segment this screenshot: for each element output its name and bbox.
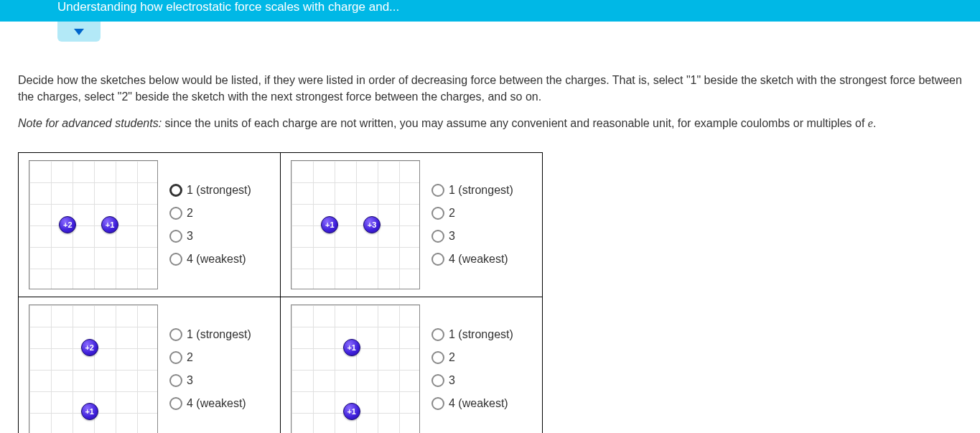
option-label: 4 (weakest) <box>449 397 508 410</box>
option-d-4[interactable]: 4 (weakest) <box>431 397 532 410</box>
option-d-2[interactable]: 2 <box>431 351 532 364</box>
charge-icon: +1 <box>343 339 360 356</box>
option-b-3[interactable]: 3 <box>431 230 532 243</box>
option-d-1[interactable]: 1 (strongest) <box>431 328 532 341</box>
radio-icon <box>169 374 182 387</box>
options-c: 1 (strongest) 2 3 4 (weakest) <box>169 328 270 410</box>
sketch-a: +2 +1 <box>29 160 158 289</box>
option-label: 1 (strongest) <box>187 184 251 197</box>
option-label: 4 (weakest) <box>187 397 246 410</box>
option-c-2[interactable]: 2 <box>169 351 270 364</box>
note-text: Note for advanced students: since the un… <box>18 115 962 132</box>
radio-icon <box>431 207 444 220</box>
option-label: 2 <box>187 351 193 364</box>
sketch-d: +1 +1 <box>291 304 420 433</box>
options-d: 1 (strongest) 2 3 4 (weakest) <box>431 328 532 410</box>
option-a-2[interactable]: 2 <box>169 207 270 220</box>
radio-icon <box>169 230 182 243</box>
option-b-4[interactable]: 4 (weakest) <box>431 253 532 266</box>
radio-icon <box>169 328 182 341</box>
option-label: 2 <box>449 207 455 220</box>
option-label: 2 <box>449 351 455 364</box>
option-a-1[interactable]: 1 (strongest) <box>169 184 270 197</box>
charge-icon: +2 <box>59 216 76 233</box>
sketch-cell-c: +2 +1 1 (strongest) 2 3 4 (weakest) <box>19 297 280 433</box>
option-a-4[interactable]: 4 (weakest) <box>169 253 270 266</box>
option-label: 4 (weakest) <box>449 253 508 266</box>
option-label: 2 <box>187 207 193 220</box>
expand-dropdown-button[interactable] <box>57 22 101 42</box>
note-body: since the units of each charge are not w… <box>162 117 868 129</box>
radio-icon <box>169 207 182 220</box>
radio-icon <box>431 253 444 266</box>
option-b-2[interactable]: 2 <box>431 207 532 220</box>
radio-icon <box>431 328 444 341</box>
header-bar: Understanding how electrostatic force sc… <box>0 0 980 22</box>
radio-icon <box>431 351 444 364</box>
charge-icon: +2 <box>81 339 98 356</box>
radio-icon <box>169 397 182 410</box>
option-label: 1 (strongest) <box>449 328 513 341</box>
option-label: 1 (strongest) <box>449 184 513 197</box>
instructions-text: Decide how the sketches below would be l… <box>18 72 962 105</box>
charge-icon: +1 <box>321 216 338 233</box>
charge-icon: +1 <box>343 403 360 420</box>
radio-icon <box>169 253 182 266</box>
option-label: 1 (strongest) <box>187 328 251 341</box>
option-label: 4 (weakest) <box>187 253 246 266</box>
note-var: e <box>868 117 873 129</box>
radio-icon <box>431 230 444 243</box>
radio-icon <box>169 351 182 364</box>
radio-icon <box>431 374 444 387</box>
option-d-3[interactable]: 3 <box>431 374 532 387</box>
sketch-table: +2 +1 1 (strongest) 2 3 4 (weakest) +1 + <box>18 152 543 433</box>
sketch-b: +1 +3 <box>291 160 420 289</box>
option-label: 3 <box>449 230 455 243</box>
option-b-1[interactable]: 1 (strongest) <box>431 184 532 197</box>
note-end: . <box>873 117 876 129</box>
sketch-cell-a: +2 +1 1 (strongest) 2 3 4 (weakest) <box>19 153 280 297</box>
options-b: 1 (strongest) 2 3 4 (weakest) <box>431 184 532 266</box>
option-c-1[interactable]: 1 (strongest) <box>169 328 270 341</box>
header-title: Understanding how electrostatic force sc… <box>57 0 399 14</box>
option-label: 3 <box>187 374 193 387</box>
radio-icon <box>431 184 444 197</box>
sketch-cell-d: +1 +1 1 (strongest) 2 3 4 (weakest) <box>281 297 542 433</box>
sketch-c: +2 +1 <box>29 304 158 433</box>
content-area: Decide how the sketches below would be l… <box>0 22 980 433</box>
chevron-down-icon <box>74 29 84 35</box>
options-a: 1 (strongest) 2 3 4 (weakest) <box>169 184 270 266</box>
charge-icon: +1 <box>81 403 98 420</box>
charge-icon: +1 <box>101 216 118 233</box>
option-label: 3 <box>187 230 193 243</box>
option-c-4[interactable]: 4 (weakest) <box>169 397 270 410</box>
radio-icon <box>431 397 444 410</box>
note-prefix: Note for advanced students: <box>18 117 162 129</box>
option-label: 3 <box>449 374 455 387</box>
option-c-3[interactable]: 3 <box>169 374 270 387</box>
sketch-cell-b: +1 +3 1 (strongest) 2 3 4 (weakest) <box>281 153 542 297</box>
option-a-3[interactable]: 3 <box>169 230 270 243</box>
charge-icon: +3 <box>363 216 381 233</box>
radio-icon <box>169 184 182 197</box>
